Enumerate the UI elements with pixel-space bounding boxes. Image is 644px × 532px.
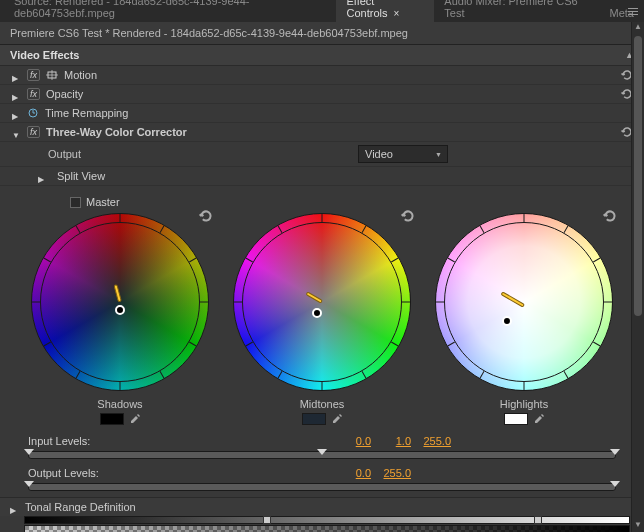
clip-path: Premiere CS6 Test * Rendered - 184da652-… (0, 22, 644, 45)
tab-audio-mixer[interactable]: Audio Mixer: Premiere CS6 Test (434, 0, 599, 22)
output-white[interactable]: 255.0 (381, 467, 411, 479)
highlights-wheel[interactable] (435, 213, 613, 391)
tonal-range-row: Tonal Range Definition (0, 497, 644, 516)
disclose-icon[interactable] (38, 172, 47, 181)
fx-time-remap-label[interactable]: Time Remapping (45, 107, 128, 119)
input-levels-row: Input Levels: 0.0 1.0 255.0 (0, 433, 644, 449)
fx-opacity-row: fx Opacity (0, 85, 644, 104)
master-label: Master (86, 196, 120, 208)
highlights-swatch[interactable] (504, 413, 528, 425)
tab-bar: Source: Rendered - 184da652-d65c-4139-9e… (0, 0, 644, 22)
fx-badge-icon[interactable]: fx (27, 88, 40, 100)
output-dropdown[interactable]: Video (358, 145, 448, 163)
video-effects-header[interactable]: Video Effects ▲ (0, 45, 644, 66)
shadows-swatch[interactable] (100, 413, 124, 425)
param-splitview-label[interactable]: Split View (57, 170, 105, 182)
fx-threeway-label[interactable]: Three-Way Color Corrector (46, 126, 187, 138)
tab-effect-controls[interactable]: Effect Controls× (336, 0, 434, 22)
input-levels-slider[interactable] (28, 451, 616, 459)
eyedropper-icon[interactable] (533, 413, 545, 425)
param-splitview-row: Split View (0, 167, 644, 186)
fx-threeway-row: fx Three-Way Color Corrector (0, 123, 644, 142)
fx-motion-label[interactable]: Motion (64, 69, 97, 81)
input-white[interactable]: 255.0 (421, 435, 451, 447)
fx-badge-icon[interactable]: fx (27, 69, 40, 81)
disclose-icon[interactable] (12, 90, 21, 99)
scroll-down-icon[interactable]: ▼ (632, 520, 644, 532)
input-levels-label: Input Levels: (28, 435, 103, 447)
fx-badge-icon[interactable]: fx (27, 126, 40, 138)
fx-time-remap-row: Time Remapping (0, 104, 644, 123)
disclose-icon[interactable] (10, 503, 19, 512)
panel-menu-icon[interactable] (626, 4, 640, 18)
eyedropper-icon[interactable] (331, 413, 343, 425)
tonal-range-strip[interactable] (24, 516, 630, 532)
output-levels-row: Output Levels: 0.0 255.0 (0, 465, 644, 481)
output-black[interactable]: 0.0 (341, 467, 371, 479)
vertical-scrollbar[interactable]: ▲ ▼ (631, 22, 644, 532)
tab-source[interactable]: Source: Rendered - 184da652-d65c-4139-9e… (4, 0, 336, 22)
output-levels-slider[interactable] (28, 483, 616, 491)
fx-motion-row: fx Motion (0, 66, 644, 85)
master-row: Master (20, 196, 624, 208)
master-checkbox[interactable] (70, 197, 81, 208)
input-black[interactable]: 0.0 (341, 435, 371, 447)
disclose-icon[interactable] (12, 71, 21, 80)
output-levels-label: Output Levels: (28, 467, 103, 479)
clock-icon (27, 108, 39, 118)
transform-icon (46, 70, 58, 80)
shadows-wheel-block: Shadows (30, 212, 210, 425)
highlights-wheel-block: Highlights (434, 212, 614, 425)
scroll-up-icon[interactable]: ▲ (632, 22, 644, 34)
fx-opacity-label[interactable]: Opacity (46, 88, 83, 100)
param-output-label: Output (48, 148, 168, 160)
disclose-icon[interactable] (12, 128, 21, 137)
tonal-range-label[interactable]: Tonal Range Definition (25, 501, 136, 513)
scroll-thumb[interactable] (634, 36, 642, 316)
eyedropper-icon[interactable] (129, 413, 141, 425)
highlights-label: Highlights (500, 398, 548, 410)
disclose-icon[interactable] (12, 109, 21, 118)
shadows-label: Shadows (97, 398, 142, 410)
three-way-wheels: Master Shadows (0, 186, 644, 431)
param-output-row: Output Video (0, 142, 644, 167)
midtones-wheel[interactable] (233, 213, 411, 391)
close-icon[interactable]: × (393, 8, 399, 19)
midtones-label: Midtones (300, 398, 345, 410)
shadows-wheel[interactable] (31, 213, 209, 391)
effect-controls-content: Video Effects ▲ fx Motion fx Opacity Tim… (0, 45, 644, 532)
midtones-wheel-block: Midtones (232, 212, 412, 425)
midtones-swatch[interactable] (302, 413, 326, 425)
input-gamma[interactable]: 1.0 (381, 435, 411, 447)
